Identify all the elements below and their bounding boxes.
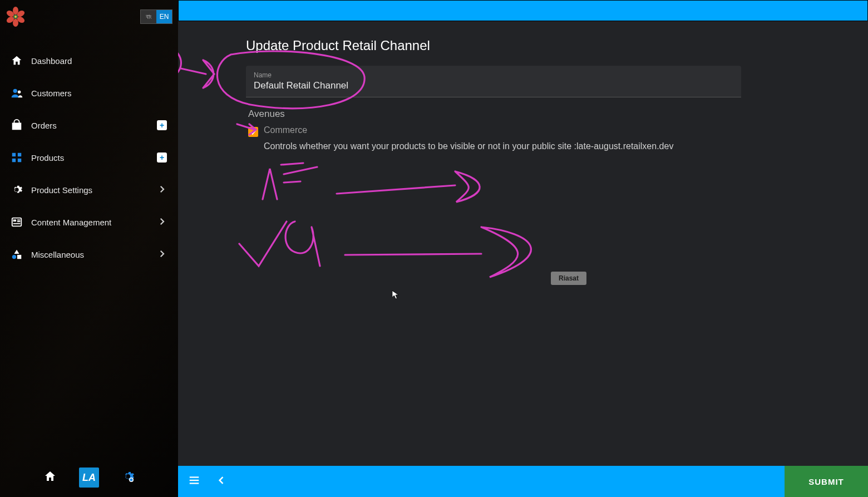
avenue-commerce-description: Controls whether you want your products …: [264, 141, 868, 151]
svg-point-8: [14, 16, 17, 18]
svg-rect-13: [12, 159, 16, 162]
svg-point-9: [13, 89, 17, 93]
avenue-commerce-checkbox[interactable]: [248, 127, 258, 137]
sidebar-item-label: Products: [31, 153, 64, 163]
add-order-icon[interactable]: +: [157, 120, 167, 130]
content: Update Product Retail Channel Name Avenu…: [178, 21, 868, 466]
svg-rect-22: [17, 255, 21, 259]
home-icon[interactable]: [43, 470, 57, 485]
sidebar-item-label: Dashboard: [31, 56, 72, 66]
submit-button[interactable]: SUBMIT: [785, 466, 868, 497]
workspace-badge[interactable]: LA: [79, 468, 99, 488]
sidebar: বাং EN Dashboard Customers Orders +: [0, 0, 178, 497]
sidebar-item-label: Product Settings: [31, 185, 92, 195]
sidebar-item-customers[interactable]: Customers: [0, 77, 178, 109]
sidebar-item-label: Miscellaneous: [31, 250, 84, 259]
category-icon: [10, 248, 23, 261]
svg-rect-16: [13, 219, 16, 222]
main-area: Update Product Retail Channel Name Avenu…: [178, 0, 868, 497]
cursor-icon: [392, 290, 400, 300]
language-option-en[interactable]: EN: [156, 10, 172, 23]
svg-point-21: [12, 255, 16, 259]
sidebar-item-label: Content Management: [31, 218, 111, 227]
svg-point-10: [18, 90, 21, 94]
avenues-label: Avenues: [248, 109, 868, 120]
name-field[interactable]: Name: [246, 66, 741, 97]
sidebar-item-dashboard[interactable]: Dashboard: [0, 45, 178, 77]
bottom-bar: SUBMIT: [178, 466, 868, 497]
svg-marker-20: [14, 250, 19, 254]
svg-rect-11: [12, 153, 16, 156]
sidebar-nav: Dashboard Customers Orders + Products +: [0, 33, 178, 458]
menu-icon[interactable]: [188, 474, 200, 489]
chevron-right-icon: [157, 216, 167, 228]
name-label: Name: [254, 71, 733, 79]
page-title: Update Product Retail Channel: [246, 38, 868, 53]
sidebar-item-miscellaneous[interactable]: Miscellaneous: [0, 238, 178, 270]
blocks-icon: [10, 151, 23, 164]
svg-rect-14: [18, 159, 21, 162]
language-option-bn[interactable]: বাং: [141, 10, 156, 23]
sidebar-item-label: Orders: [31, 121, 57, 130]
bag-icon: [10, 119, 23, 132]
user-tag: Riasat: [551, 272, 586, 285]
people-icon: [10, 86, 23, 100]
home-icon: [10, 54, 23, 67]
settings-icon[interactable]: [121, 470, 135, 485]
language-switch: বাং EN: [140, 9, 172, 24]
app-logo[interactable]: [6, 7, 26, 27]
add-product-icon[interactable]: +: [157, 152, 167, 163]
svg-rect-12: [18, 153, 21, 156]
avenue-commerce-label: Commerce: [264, 125, 307, 135]
layout-icon: [10, 215, 23, 229]
chevron-right-icon: [157, 184, 167, 196]
sidebar-item-label: Customers: [31, 88, 72, 98]
back-icon[interactable]: [216, 475, 227, 488]
sidebar-item-products[interactable]: Products +: [0, 141, 178, 174]
gear-icon: [10, 183, 23, 196]
sidebar-header: বাং EN: [0, 0, 178, 33]
sidebar-item-product-settings[interactable]: Product Settings: [0, 174, 178, 206]
sidebar-item-orders[interactable]: Orders +: [0, 109, 178, 141]
sidebar-footer: LA: [0, 458, 178, 497]
sidebar-item-content-management[interactable]: Content Management: [0, 206, 178, 238]
name-input[interactable]: [254, 80, 733, 91]
chevron-right-icon: [157, 249, 167, 260]
top-accent-bar: [178, 0, 868, 21]
avenue-commerce-row: Commerce: [248, 125, 868, 137]
